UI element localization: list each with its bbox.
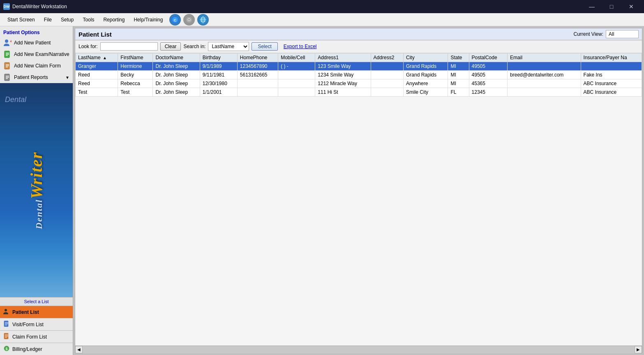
- add-exam-icon: [3, 50, 12, 58]
- col-address1[interactable]: Address1: [315, 53, 371, 62]
- col-insurance[interactable]: Insurance/Payer Na: [581, 53, 642, 62]
- list-item-visit[interactable]: Visit/Form List: [0, 318, 73, 330]
- add-patient-icon: +: [3, 39, 12, 47]
- scroll-left-arrow[interactable]: ◀: [75, 346, 83, 353]
- cell-mobilecell: [278, 79, 315, 88]
- table-row[interactable]: ReedRebeccaDr. John Sleep12/30/19801212 …: [76, 79, 642, 88]
- menu-bar: Start Screen File Setup Tools Reporting …: [0, 13, 644, 26]
- current-view-select[interactable]: All Active Inactive: [606, 30, 639, 38]
- svg-text:+: +: [10, 39, 12, 44]
- col-lastname[interactable]: LastName ▲: [76, 53, 118, 62]
- scroll-track[interactable]: [83, 346, 635, 353]
- col-postalcode[interactable]: PostalCode: [469, 53, 508, 62]
- cell-address1: 123 Smile Way: [315, 62, 371, 71]
- look-for-label: Look for:: [78, 44, 98, 49]
- cell-insurancepayer: ABC Insurance: [581, 79, 642, 88]
- list-item-billing[interactable]: $ Billing/Ledger: [0, 343, 73, 355]
- select-button[interactable]: Select: [252, 42, 277, 51]
- sidebar-patient-reports[interactable]: Patient Reports ▼: [0, 72, 73, 83]
- horizontal-scrollbar: ◀ ▶: [75, 346, 642, 353]
- col-email[interactable]: Email: [508, 53, 581, 62]
- patient-reports-label: Patient Reports: [14, 74, 48, 80]
- list-item-patient[interactable]: Patient List: [0, 306, 73, 318]
- cell-homephone: 5613162665: [237, 71, 278, 79]
- cell-address1: 111 Hi St: [315, 88, 371, 97]
- content-area: Patient List Current View: All Active In…: [73, 26, 644, 355]
- sidebar-add-new-exam[interactable]: Add New Exam/Narrative: [0, 49, 73, 60]
- cell-postalcode: 49505: [469, 71, 508, 79]
- menu-help-training[interactable]: Help/Training: [129, 15, 167, 24]
- cell-city: Grand Rapids: [403, 71, 448, 79]
- cell-homephone: 1234567890: [237, 62, 278, 71]
- patient-list-panel: Patient List Current View: All Active In…: [75, 28, 642, 353]
- table-row[interactable]: GrangerHermioneDr. John Sleep9/1/1989123…: [76, 62, 642, 71]
- cell-postalcode: 49505: [469, 62, 508, 71]
- col-mobilecell[interactable]: Mobile/Cell: [278, 53, 315, 62]
- cell-address1: 1212 Miracle Way: [315, 79, 371, 88]
- sidebar-add-new-claim[interactable]: Add New Claim Form: [0, 60, 73, 72]
- logo-prefix: Dental: [5, 95, 26, 104]
- col-birthday[interactable]: Birthday: [200, 53, 237, 62]
- col-address2[interactable]: Address2: [371, 53, 403, 62]
- menu-reporting[interactable]: Reporting: [99, 15, 129, 24]
- list-item-claim[interactable]: Claim Form List: [0, 330, 73, 343]
- table-row[interactable]: ReedBeckyDr. John Sleep9/11/198156131626…: [76, 71, 642, 79]
- svg-point-24: [5, 309, 7, 311]
- web-icon[interactable]: [197, 14, 209, 26]
- cell-firstname: Hermione: [118, 62, 153, 71]
- table-container: LastName ▲ FirstName DoctorName Birthday…: [75, 53, 642, 346]
- cell-birthday: 9/11/1981: [200, 71, 237, 79]
- search-in-select[interactable]: LastName FirstName Birthday HomePhone: [208, 42, 249, 51]
- patient-list-icon: [3, 308, 10, 316]
- settings-icon[interactable]: [183, 14, 195, 26]
- look-for-input[interactable]: [100, 42, 158, 51]
- close-button[interactable]: ✕: [622, 0, 641, 13]
- select-list-label[interactable]: Select a List: [0, 297, 73, 306]
- col-homephone[interactable]: HomePhone: [237, 53, 278, 62]
- minimize-button[interactable]: —: [582, 0, 601, 13]
- cell-lastname: Test: [76, 88, 118, 97]
- clear-button[interactable]: Clear: [160, 42, 181, 51]
- menu-file[interactable]: File: [40, 15, 56, 24]
- patient-reports-icon: [3, 73, 12, 81]
- cell-state: MI: [448, 71, 469, 79]
- patient-list-header: Patient List Current View: All Active In…: [75, 28, 642, 40]
- add-new-patient-label: Add New Patient: [14, 40, 51, 46]
- cell-doctorname: Dr. John Sleep: [153, 62, 200, 71]
- cell-email: breed@dentalwriter.com: [508, 71, 581, 79]
- claim-list-icon: [3, 333, 10, 341]
- add-new-exam-label: Add New Exam/Narrative: [14, 51, 69, 57]
- cell-homephone: [237, 88, 278, 97]
- claim-list-label: Claim Form List: [12, 334, 47, 340]
- cell-mobilecell: ( ) -: [278, 62, 315, 71]
- col-state[interactable]: State: [448, 53, 469, 62]
- col-city[interactable]: City: [403, 53, 448, 62]
- current-view-area: Current View: All Active Inactive: [574, 30, 639, 38]
- cell-city: Smile City: [403, 88, 448, 97]
- patient-list-label: Patient List: [12, 309, 39, 315]
- billing-icon: $: [3, 345, 10, 353]
- sidebar-add-new-patient[interactable]: + Add New Patient: [0, 37, 73, 49]
- patient-options-title: Patient Options: [0, 26, 73, 37]
- cell-email: [508, 88, 581, 97]
- col-doctorname[interactable]: DoctorName: [153, 53, 200, 62]
- title-bar: DW DentalWriter Workstation — □ ✕: [0, 0, 644, 13]
- support-icon[interactable]: C: [169, 14, 181, 26]
- maximize-button[interactable]: □: [602, 0, 621, 13]
- cell-birthday: 1/1/2001: [200, 88, 237, 97]
- menu-start-screen[interactable]: Start Screen: [3, 15, 39, 24]
- list-selector: Select a List Patient List Visit/Form Li…: [0, 297, 73, 355]
- menu-setup[interactable]: Setup: [57, 15, 78, 24]
- col-firstname[interactable]: FirstName: [118, 53, 153, 62]
- table-row[interactable]: TestTestDr. John Sleep1/1/2001111 Hi StS…: [76, 88, 642, 97]
- export-to-excel-link[interactable]: Export to Excel: [284, 44, 317, 49]
- cell-doctorname: Dr. John Sleep: [153, 79, 200, 88]
- cell-address2: [371, 71, 403, 79]
- cell-state: FL: [448, 88, 469, 97]
- cell-city: Grand Rapids: [403, 62, 448, 71]
- menu-tools[interactable]: Tools: [78, 15, 98, 24]
- scroll-right-arrow[interactable]: ▶: [635, 346, 642, 353]
- title-bar-left: DW DentalWriter Workstation: [3, 3, 67, 10]
- cell-postalcode: 45365: [469, 79, 508, 88]
- patient-list-title: Patient List: [78, 31, 112, 38]
